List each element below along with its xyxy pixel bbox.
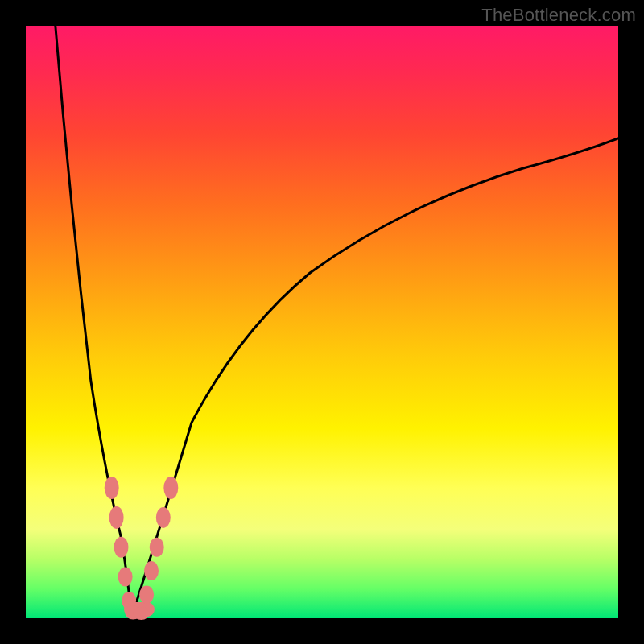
marker-dot: [150, 538, 164, 557]
curve-left-branch: [56, 26, 131, 618]
marker-dot: [114, 537, 129, 558]
marker-dot: [156, 507, 171, 528]
marker-dot: [144, 561, 159, 580]
curve-right-branch: [131, 138, 618, 618]
marker-dot: [134, 607, 150, 620]
marker-dot: [163, 477, 178, 499]
marker-dot: [105, 477, 119, 499]
plot-area: [26, 26, 618, 618]
watermark-text: TheBottleneck.com: [481, 5, 636, 26]
marker-cluster: [105, 477, 179, 620]
marker-dot: [139, 586, 154, 604]
curves-layer: [26, 26, 618, 618]
chart-frame: TheBottleneck.com: [0, 0, 644, 644]
marker-dot: [109, 506, 124, 529]
marker-dot: [118, 568, 133, 587]
